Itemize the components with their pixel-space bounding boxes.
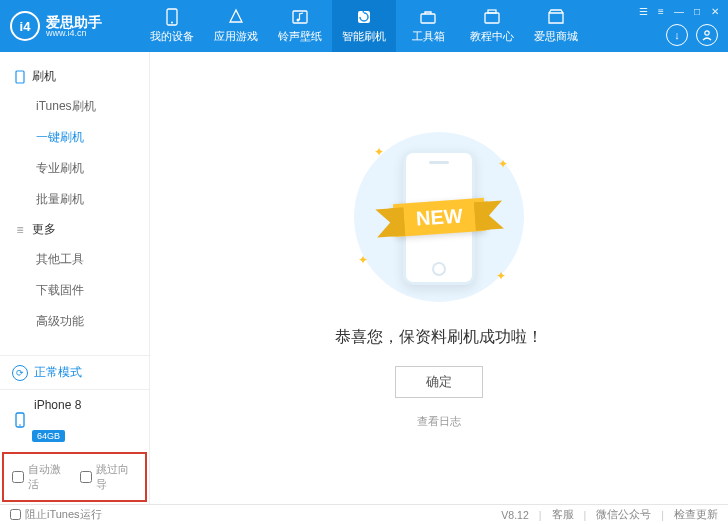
flash-options-panel: 自动激活 跳过向导 [2,452,147,502]
success-illustration: ✦ ✦ ✦ ✦ NEW [334,127,544,307]
user-icon[interactable] [696,24,718,46]
check-update-link[interactable]: 检查更新 [674,508,718,522]
top-nav: 我的设备 应用游戏 铃声壁纸 智能刷机 工具箱 教程中心 爱思商城 [140,0,588,52]
block-itunes-checkbox[interactable]: 阻止iTunes运行 [10,507,102,522]
close-icon[interactable]: ✕ [708,4,722,18]
nav-shop[interactable]: 爱思商城 [524,0,588,52]
sidebar-item-pro-flash[interactable]: 专业刷机 [0,153,149,184]
checkbox-input[interactable] [12,471,24,483]
group-title: 更多 [32,221,56,238]
new-ribbon: NEW [393,197,486,236]
logo-icon: i4 [10,11,40,41]
sidebar-group-more[interactable]: ≡ 更多 [0,215,149,244]
ok-button[interactable]: 确定 [395,366,483,398]
nav-label: 爱思商城 [534,29,578,44]
more-icon: ≡ [14,224,26,236]
nav-flash[interactable]: 智能刷机 [332,0,396,52]
sidebar-item-other-tools[interactable]: 其他工具 [0,244,149,275]
music-icon [291,8,309,26]
minimize-icon[interactable]: — [672,4,686,18]
sidebar-item-download-firmware[interactable]: 下载固件 [0,275,149,306]
device-mode-status[interactable]: ⟳ 正常模式 [0,355,149,389]
status-label: 正常模式 [34,364,82,381]
nav-tutorials[interactable]: 教程中心 [460,0,524,52]
nav-label: 智能刷机 [342,29,386,44]
header-actions: ↓ [666,24,718,46]
nav-toolbox[interactable]: 工具箱 [396,0,460,52]
svg-rect-7 [488,10,496,13]
connected-device[interactable]: iPhone 8 64GB [0,389,149,450]
auto-activate-checkbox[interactable]: 自动激活 [12,462,70,492]
nav-apps[interactable]: 应用游戏 [204,0,268,52]
app-name: 爱思助手 [46,15,102,29]
maximize-icon[interactable]: □ [690,4,704,18]
support-link[interactable]: 客服 [552,508,574,522]
main-content: ✦ ✦ ✦ ✦ NEW 恭喜您，保资料刷机成功啦！ 确定 查看日志 [150,52,728,504]
nav-label: 铃声壁纸 [278,29,322,44]
device-icon [14,71,26,83]
toolbox-icon [419,8,437,26]
logo[interactable]: i4 爱思助手 www.i4.cn [0,11,140,41]
sidebar-item-batch-flash[interactable]: 批量刷机 [0,184,149,215]
view-log-link[interactable]: 查看日志 [417,414,461,429]
nav-label: 教程中心 [470,29,514,44]
sparkle-icon: ✦ [358,253,368,267]
status-bar: 阻止iTunes运行 V8.12 | 客服 | 微信公众号 | 检查更新 [0,504,728,524]
checkbox-label: 跳过向导 [96,462,138,492]
svg-rect-6 [485,13,499,23]
menu1-icon[interactable]: ☰ [636,4,650,18]
flash-icon [355,8,373,26]
refresh-icon: ⟳ [12,365,28,381]
app-url: www.i4.cn [46,29,102,38]
device-capacity-badge: 64GB [32,430,65,442]
group-title: 刷机 [32,68,56,85]
sparkle-icon: ✦ [374,145,384,159]
phone-icon [163,8,181,26]
checkbox-label: 阻止iTunes运行 [25,507,102,522]
svg-point-1 [171,22,173,24]
version-label: V8.12 [501,509,528,521]
app-header: i4 爱思助手 www.i4.cn 我的设备 应用游戏 铃声壁纸 智能刷机 工具… [0,0,728,52]
checkbox-input[interactable] [10,509,21,520]
svg-rect-5 [421,14,435,23]
window-controls: ☰ ≡ — □ ✕ [636,4,722,18]
nav-label: 我的设备 [150,29,194,44]
nav-label: 应用游戏 [214,29,258,44]
checkbox-input[interactable] [80,471,92,483]
sparkle-icon: ✦ [496,269,506,283]
svg-point-11 [19,424,21,426]
menu2-icon[interactable]: ≡ [654,4,668,18]
sidebar-item-oneclick-flash[interactable]: 一键刷机 [0,122,149,153]
sidebar-item-advanced[interactable]: 高级功能 [0,306,149,337]
nav-my-device[interactable]: 我的设备 [140,0,204,52]
sidebar-item-itunes-flash[interactable]: iTunes刷机 [0,91,149,122]
sparkle-icon: ✦ [498,157,508,171]
device-name: iPhone 8 [34,398,81,412]
sidebar-group-flash[interactable]: 刷机 [0,62,149,91]
svg-rect-9 [16,71,24,83]
sidebar: 刷机 iTunes刷机 一键刷机 专业刷机 批量刷机 ≡ 更多 其他工具 下载固… [0,52,150,504]
download-icon[interactable]: ↓ [666,24,688,46]
svg-point-8 [705,31,709,35]
nav-ringtones[interactable]: 铃声壁纸 [268,0,332,52]
nav-label: 工具箱 [412,29,445,44]
book-icon [483,8,501,26]
apps-icon [227,8,245,26]
success-message: 恭喜您，保资料刷机成功啦！ [335,327,543,348]
checkbox-label: 自动激活 [28,462,70,492]
skip-guide-checkbox[interactable]: 跳过向导 [80,462,138,492]
wechat-link[interactable]: 微信公众号 [596,508,651,522]
shop-icon [547,8,565,26]
iphone-icon [12,412,28,428]
